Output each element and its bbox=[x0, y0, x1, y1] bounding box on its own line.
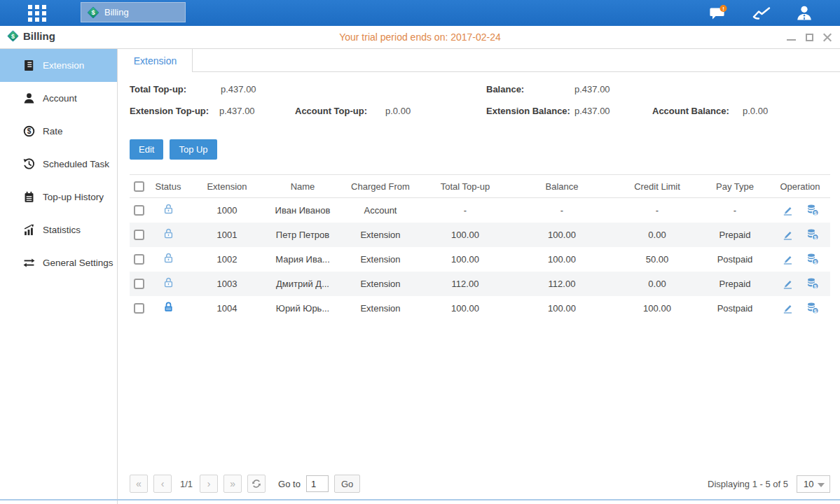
table-row: 1000 Иван Иванов Account - - - - $ bbox=[130, 198, 830, 223]
last-page-button[interactable]: » bbox=[223, 475, 242, 493]
minimize-icon[interactable] bbox=[787, 39, 796, 41]
messages-icon[interactable]: ! bbox=[709, 5, 728, 22]
close-icon[interactable] bbox=[823, 33, 832, 41]
lock-status-icon[interactable] bbox=[163, 276, 174, 288]
select-all-checkbox[interactable] bbox=[134, 181, 144, 192]
billing-diamond-icon: $ bbox=[87, 6, 99, 19]
sidebar-item-label: General Settings bbox=[43, 258, 113, 268]
app-grid-icon[interactable] bbox=[28, 5, 48, 22]
prev-page-button[interactable]: ‹ bbox=[153, 475, 172, 493]
cell-name: Иван Иванов bbox=[266, 198, 340, 223]
col-balance: Balance bbox=[509, 175, 614, 198]
balance-label: Balance: bbox=[486, 84, 524, 94]
top-up-row-icon[interactable]: $ bbox=[806, 204, 819, 216]
go-button[interactable]: Go bbox=[334, 475, 360, 493]
page-size-dropdown[interactable]: 10 bbox=[797, 475, 830, 493]
top-up-row-icon[interactable]: $ bbox=[806, 277, 819, 290]
reports-chart-icon[interactable] bbox=[752, 6, 771, 21]
balance-summary: Total Top-up: p.437.00 Balance: p.437.00… bbox=[118, 82, 840, 125]
chart-growth-icon bbox=[23, 224, 35, 236]
sidebar-item-label: Scheduled Task bbox=[43, 159, 109, 169]
lock-status-icon[interactable] bbox=[163, 252, 174, 264]
balance-value: p.437.00 bbox=[574, 84, 610, 94]
table-row: 1002 Мария Ива... Extension 100.00 100.0… bbox=[130, 247, 830, 272]
sidebar-item-scheduled-task[interactable]: Scheduled Task bbox=[0, 148, 117, 181]
cell-name: Юрий Юрь... bbox=[266, 296, 340, 321]
billing-app-window: $ Billing ! bbox=[0, 0, 840, 504]
page-indicator: 1/1 bbox=[177, 479, 195, 489]
row-checkbox[interactable] bbox=[134, 303, 144, 314]
edit-row-icon[interactable] bbox=[782, 229, 794, 241]
window-bottom-border bbox=[0, 499, 840, 500]
sidebar-item-label: Top-up History bbox=[43, 192, 104, 202]
top-up-button[interactable]: Top Up bbox=[170, 139, 216, 160]
cell-total-topup: 100.00 bbox=[421, 223, 509, 247]
sidebar-item-account[interactable]: Account bbox=[0, 82, 117, 115]
cell-name: Мария Ива... bbox=[266, 247, 340, 272]
notebook-icon bbox=[23, 191, 35, 203]
edit-row-icon[interactable] bbox=[782, 302, 794, 314]
tab-extension[interactable]: Extension bbox=[118, 49, 193, 72]
cell-charged-from: Extension bbox=[340, 272, 421, 296]
sidebar-item-rate[interactable]: $ Rate bbox=[0, 115, 117, 148]
sidebar-item-topup-history[interactable]: Top-up History bbox=[0, 181, 117, 214]
sidebar-item-general-settings[interactable]: General Settings bbox=[0, 246, 117, 279]
cell-charged-from: Extension bbox=[340, 223, 421, 247]
refresh-button[interactable] bbox=[247, 475, 266, 493]
user-account-icon[interactable] bbox=[795, 5, 813, 22]
pagination-bar: « ‹ 1/1 › » Go to Go Displaying 1 - 5 of… bbox=[130, 473, 830, 494]
edit-button[interactable]: Edit bbox=[130, 139, 163, 160]
cell-total-topup: 100.00 bbox=[421, 296, 509, 321]
table-row: 1001 Петр Петров Extension 100.00 100.00… bbox=[130, 223, 830, 247]
col-total-topup: Total Top-up bbox=[421, 175, 509, 198]
chevron-down-icon bbox=[818, 483, 825, 487]
row-checkbox[interactable] bbox=[134, 279, 144, 289]
edit-row-icon[interactable] bbox=[782, 253, 794, 265]
lock-status-icon[interactable] bbox=[163, 301, 174, 313]
taskbar-tab-billing[interactable]: $ Billing bbox=[81, 2, 186, 22]
goto-page-input[interactable] bbox=[306, 475, 329, 492]
next-page-button[interactable]: › bbox=[200, 475, 218, 493]
cell-total-topup: 112.00 bbox=[421, 272, 509, 296]
edit-row-icon[interactable] bbox=[782, 204, 794, 216]
cell-extension: 1004 bbox=[188, 296, 266, 321]
top-taskbar: $ Billing ! bbox=[0, 0, 840, 26]
sidebar-item-label: Account bbox=[43, 93, 77, 104]
extension-balance-label: Extension Balance: bbox=[486, 106, 570, 116]
maximize-icon[interactable] bbox=[806, 34, 813, 41]
first-page-button[interactable]: « bbox=[130, 475, 148, 493]
cell-extension: 1000 bbox=[188, 198, 266, 223]
cell-pay-type: Postpaid bbox=[700, 296, 770, 321]
row-checkbox[interactable] bbox=[134, 254, 144, 265]
top-up-row-icon[interactable]: $ bbox=[806, 253, 819, 265]
cell-pay-type: Prepaid bbox=[700, 223, 770, 247]
sidebar-item-extension[interactable]: Extension bbox=[0, 49, 117, 82]
col-credit-limit: Credit Limit bbox=[614, 175, 700, 198]
edit-row-icon[interactable] bbox=[782, 278, 794, 290]
lock-status-icon[interactable] bbox=[163, 227, 174, 239]
goto-label: Go to bbox=[278, 479, 301, 489]
sidebar-item-label: Extension bbox=[43, 60, 84, 71]
top-up-row-icon[interactable]: $ bbox=[806, 302, 819, 314]
sidebar-item-label: Statistics bbox=[43, 225, 81, 235]
window-title-bar: $ Billing Your trial period ends on: 201… bbox=[0, 26, 840, 49]
lock-status-icon[interactable] bbox=[163, 203, 174, 215]
row-checkbox[interactable] bbox=[134, 205, 144, 216]
cell-name: Петр Петров bbox=[266, 223, 340, 247]
cell-pay-type: - bbox=[700, 198, 770, 223]
svg-text:$: $ bbox=[27, 127, 32, 135]
cell-total-topup: 100.00 bbox=[421, 247, 509, 272]
extension-table: Status Extension Name Charged From Total… bbox=[130, 174, 830, 321]
cell-pay-type: Postpaid bbox=[700, 247, 770, 272]
person-icon bbox=[23, 92, 35, 104]
col-operation: Operation bbox=[770, 175, 830, 198]
ledger-icon bbox=[23, 59, 35, 71]
row-checkbox[interactable] bbox=[134, 230, 144, 240]
top-up-row-icon[interactable]: $ bbox=[806, 228, 819, 241]
cell-name: Дмитрий Д... bbox=[266, 272, 340, 296]
sidebar-item-label: Rate bbox=[43, 126, 63, 136]
total-topup-value: p.437.00 bbox=[221, 84, 256, 94]
sidebar-item-statistics[interactable]: Statistics bbox=[0, 214, 117, 246]
trial-notice: Your trial period ends on: 2017-02-24 bbox=[0, 31, 840, 43]
cell-charged-from: Account bbox=[340, 198, 421, 223]
